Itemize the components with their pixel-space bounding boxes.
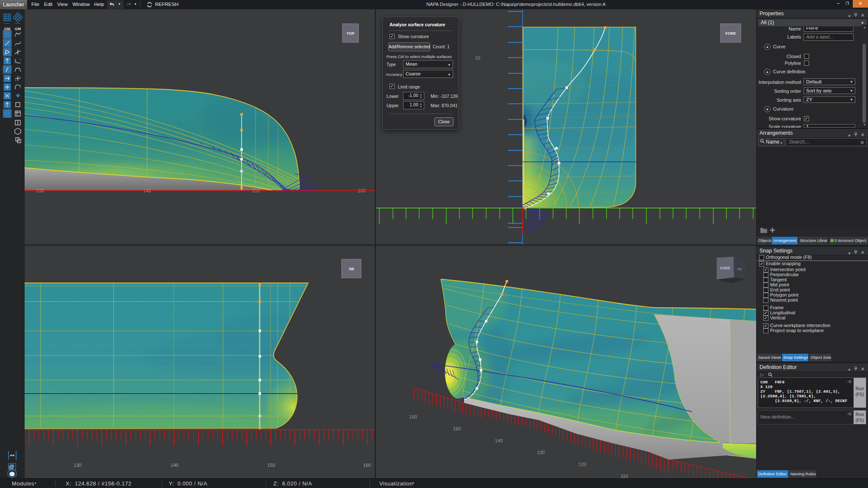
svg-text:FORE: FORE bbox=[720, 266, 730, 270]
svg-text:160: 160 bbox=[409, 414, 417, 419]
svg-text:SB: SB bbox=[349, 267, 354, 271]
svg-text:10: 10 bbox=[475, 55, 480, 61]
svg-text:130: 130 bbox=[537, 450, 545, 455]
svg-text:120: 120 bbox=[579, 462, 586, 467]
svg-text:140: 140 bbox=[495, 438, 503, 443]
svg-text:110: 110 bbox=[620, 474, 628, 478]
svg-text:150: 150 bbox=[267, 463, 275, 468]
svg-text:160: 160 bbox=[363, 463, 371, 468]
svg-text:GM: GM bbox=[15, 27, 21, 31]
svg-text:PS: PS bbox=[737, 268, 742, 271]
svg-text:....: .... bbox=[5, 21, 10, 25]
svg-text:150: 150 bbox=[453, 426, 461, 431]
svg-text:FORE: FORE bbox=[725, 31, 736, 36]
svg-text:TOP: TOP bbox=[347, 31, 354, 36]
svg-text:130: 130 bbox=[74, 463, 81, 468]
svg-text:140: 140 bbox=[171, 463, 178, 468]
svg-text:....: .... bbox=[15, 21, 21, 25]
